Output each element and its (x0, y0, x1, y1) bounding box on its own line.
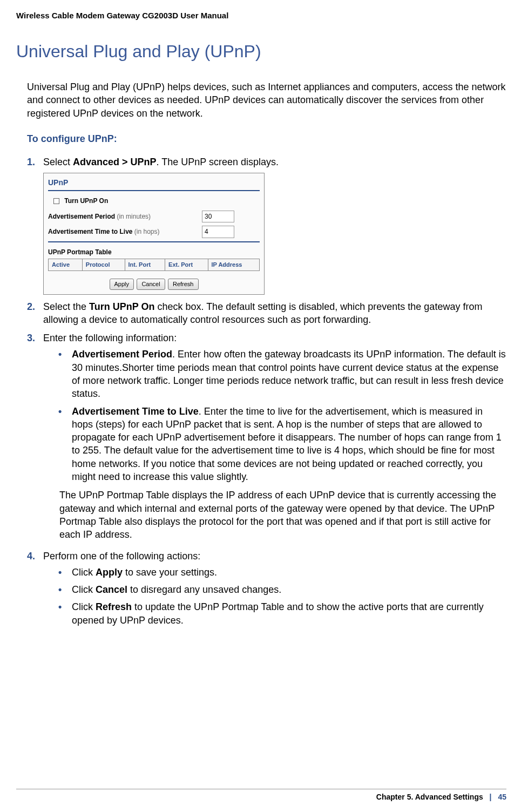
step-number: 1 (27, 155, 35, 168)
field-label: Advertisement Time to Live (in hops) (48, 227, 202, 236)
col-active: Active (49, 259, 83, 270)
list-item: Click Cancel to disregard any unsaved ch… (58, 583, 506, 596)
refresh-button[interactable]: Refresh (168, 279, 199, 290)
advertisement-period-row: Advertisement Period (in minutes) 30 (48, 211, 260, 222)
field-hint: (in hops) (133, 228, 160, 235)
bullet-text-tail: to save your settings. (123, 567, 217, 578)
step-text: Select (43, 157, 73, 167)
list-item: Advertisement Period. Enter how often th… (58, 348, 506, 400)
upnp-screenshot: UPnP Turn UPnP On Advertisement Period (… (43, 173, 265, 294)
col-protocol: Protocol (82, 259, 125, 270)
menu-path: Advanced > UPnP (73, 157, 157, 167)
step-lead: Perform one of the following actions: (43, 551, 200, 561)
bullet-text: . Enter the time to live for the adverti… (72, 406, 502, 482)
sub-bullets: Advertisement Period. Enter how often th… (58, 348, 506, 483)
checkbox-label: Turn UPnP On (64, 197, 108, 205)
doc-title: Wireless Cable Modem Gateway CG2003D Use… (16, 11, 228, 20)
page-footer: Chapter 5. Advanced Settings | 45 (16, 789, 506, 801)
divider (48, 241, 260, 242)
field-label-text: Advertisement Time to Live (48, 228, 133, 235)
step-4: 4 Perform one of the following actions: … (27, 550, 506, 627)
cancel-button[interactable]: Cancel (137, 279, 165, 290)
advertisement-ttl-input[interactable]: 4 (202, 226, 234, 238)
button-name: Cancel (96, 584, 127, 595)
advertisement-ttl-row: Advertisement Time to Live (in hops) 4 (48, 226, 260, 238)
button-name: Refresh (96, 601, 132, 612)
bullet-text-tail: to update the UPnP Portmap Table and to … (72, 601, 484, 625)
bullet-text: Click (72, 584, 96, 595)
step-2: 2 Select the Turn UPnP On check box. The… (27, 300, 506, 327)
page-content: Universal Plug and Play (UPnP) Universal… (0, 20, 528, 627)
field-label: Advertisement Period (in minutes) (48, 212, 202, 221)
intro-paragraph: Universal Plug and Play (UPnP) helps dev… (27, 80, 506, 120)
col-ip-address: IP Address (208, 259, 259, 270)
step-number: 2 (27, 300, 35, 313)
footer-separator: | (490, 793, 492, 801)
portmap-table-title: UPnP Portmap Table (48, 248, 260, 256)
step-lead: Enter the following information: (43, 333, 177, 343)
step-number: 4 (27, 550, 35, 563)
col-ext-port: Ext. Port (165, 259, 208, 270)
turn-upnp-on-checkbox[interactable] (53, 198, 59, 204)
step-text-tail: . The UPnP screen displays. (157, 157, 279, 167)
field-name: Advertisement Time to Live (72, 406, 199, 417)
step-number: 3 (27, 331, 35, 344)
portmap-description: The UPnP Portmap Table displays the IP a… (59, 489, 506, 541)
list-item: Click Refresh to update the UPnP Portmap… (58, 600, 506, 627)
field-name: Advertisement Period (72, 349, 172, 360)
divider (48, 190, 260, 191)
button-name: Apply (96, 567, 123, 578)
list-item: Click Apply to save your settings. (58, 566, 506, 579)
bullet-text: Click (72, 567, 96, 578)
option-name: Turn UPnP On (89, 301, 154, 312)
footer-chapter: Chapter 5. Advanced Settings (376, 793, 483, 801)
steps-list: 1 Select Advanced > UPnP. The UPnP scree… (27, 155, 506, 627)
step-3: 3 Enter the following information: Adver… (27, 331, 506, 541)
col-int-port: Int. Port (125, 259, 165, 270)
table-header-row: Active Protocol Int. Port Ext. Port IP A… (49, 259, 260, 270)
turn-upnp-on-row: Turn UPnP On (53, 197, 260, 205)
portmap-table: Active Protocol Int. Port Ext. Port IP A… (48, 259, 260, 271)
step-text: Select the (43, 301, 89, 312)
bullet-text: Click (72, 601, 96, 612)
sub-bullets: Click Apply to save your settings. Click… (58, 566, 506, 627)
button-row: Apply Cancel Refresh (48, 279, 260, 290)
step-1: 1 Select Advanced > UPnP. The UPnP scree… (27, 155, 506, 295)
page-header: Wireless Cable Modem Gateway CG2003D Use… (0, 0, 528, 20)
page-title: Universal Plug and Play (UPnP) (16, 42, 506, 62)
list-item: Advertisement Time to Live. Enter the ti… (58, 405, 506, 484)
field-hint: (in minutes) (115, 213, 151, 220)
panel-title: UPnP (48, 178, 260, 188)
apply-button[interactable]: Apply (110, 279, 134, 290)
footer-page-number: 45 (498, 793, 506, 801)
configure-heading: To configure UPnP: (27, 133, 506, 145)
bullet-text-tail: to disregard any unsaved changes. (127, 584, 281, 595)
advertisement-period-input[interactable]: 30 (202, 211, 234, 222)
field-label-text: Advertisement Period (48, 213, 115, 220)
